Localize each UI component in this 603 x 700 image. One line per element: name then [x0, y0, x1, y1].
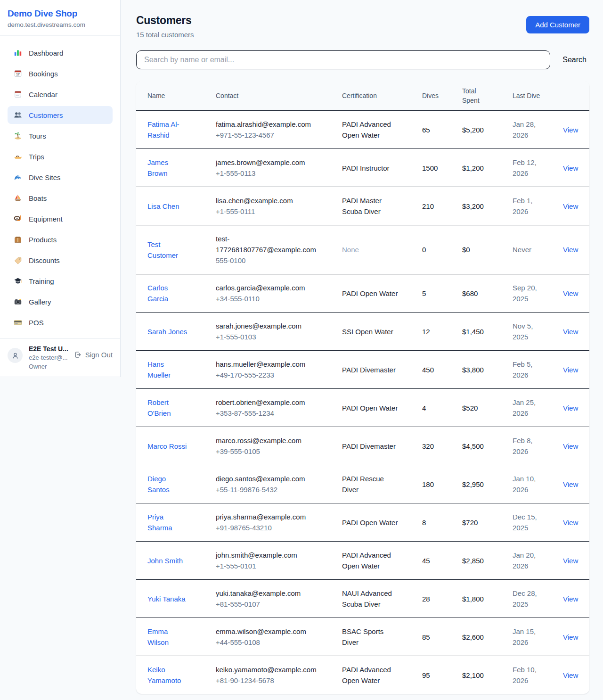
sidebar-item-equipment[interactable]: Equipment	[8, 210, 113, 228]
customer-phone: +44-555-0108	[216, 637, 324, 648]
brand-block: Demo Dive Shop demo.test.divestreams.com	[0, 0, 120, 36]
table-row: James Brown james.brown@example.com +1-5…	[136, 149, 589, 187]
customer-certification: PADI Advanced Open Water	[342, 664, 399, 686]
customer-name-link[interactable]: John Smith	[147, 555, 183, 566]
sign-out-button[interactable]: Sign Out	[74, 351, 113, 359]
customer-email: sarah.jones@example.com	[216, 321, 318, 331]
view-customer-link[interactable]: View	[563, 126, 578, 134]
customer-certification: PADI Open Water	[342, 517, 399, 528]
table-row: Fatima Al-Rashid fatima.alrashid@example…	[136, 111, 589, 149]
sidebar-item-dive-sites[interactable]: Dive Sites	[8, 168, 113, 186]
customer-email: robert.obrien@example.com	[216, 397, 318, 408]
view-customer-link[interactable]: View	[563, 671, 578, 679]
customer-name-link[interactable]: Sarah Jones	[147, 326, 187, 337]
brand-domain: demo.test.divestreams.com	[8, 21, 113, 28]
customer-dives: 0	[422, 244, 444, 255]
user-info: E2E Test U... e2e-tester@... Owner	[29, 345, 68, 371]
sidebar-item-label: Dashboard	[29, 49, 63, 57]
customer-certification: PADI Advanced Open Water	[342, 550, 399, 571]
sidebar-item-boats[interactable]: Boats	[8, 189, 113, 207]
customer-phone: +34-555-0110	[216, 293, 324, 304]
customer-total-spent: $3,800	[462, 364, 495, 375]
customer-name-link[interactable]: Emma Wilson	[147, 626, 188, 648]
sidebar-item-tours[interactable]: Tours	[8, 127, 113, 145]
view-customer-link[interactable]: View	[563, 366, 578, 374]
add-customer-button[interactable]: Add Customer	[526, 16, 589, 33]
customer-certification: PADI Divemaster	[342, 364, 399, 375]
sidebar-item-training[interactable]: Training	[8, 272, 113, 290]
customer-certification: SSI Open Water	[342, 326, 399, 337]
view-customer-link[interactable]: View	[563, 289, 578, 297]
view-customer-link[interactable]: View	[563, 442, 578, 450]
customer-name-link[interactable]: Fatima Al-Rashid	[147, 119, 188, 140]
sidebar-item-dashboard[interactable]: Dashboard	[8, 44, 113, 62]
sidebar-item-products[interactable]: Products	[8, 231, 113, 248]
customer-last-dive: Feb 5, 2026	[513, 359, 543, 380]
customer-total-spent: $1,800	[462, 593, 495, 604]
sidebar-item-discounts[interactable]: Discounts	[8, 251, 113, 269]
search-button[interactable]: Search	[560, 52, 589, 68]
customer-email: test-1772681807767@example.com	[216, 233, 318, 255]
table-row: Test Customer test-1772681807767@example…	[136, 225, 589, 274]
customer-name-link[interactable]: Priya Sharma	[147, 511, 188, 533]
table-row: Lisa Chen lisa.chen@example.com +1-555-0…	[136, 187, 589, 225]
customer-phone: +1-555-0101	[216, 560, 324, 571]
page-header: Customers 15 total customers Add Custome…	[136, 14, 589, 39]
view-customer-link[interactable]: View	[563, 480, 578, 488]
view-customer-link[interactable]: View	[563, 164, 578, 172]
notepad-icon	[13, 90, 23, 99]
view-customer-link[interactable]: View	[563, 519, 578, 527]
bar-chart-icon	[13, 48, 23, 58]
customer-total-spent: $520	[462, 403, 495, 413]
customer-name-link[interactable]: Test Customer	[147, 239, 188, 261]
customer-name-link[interactable]: Marco Rossi	[147, 441, 187, 452]
search-input[interactable]	[136, 50, 550, 69]
table-row: Sarah Jones sarah.jones@example.com +1-5…	[136, 313, 589, 351]
column-header-name: Name	[136, 81, 204, 111]
customer-phone: +1-555-0111	[216, 206, 324, 217]
customer-name-link[interactable]: Hans Mueller	[147, 359, 188, 380]
calendar-17-icon: 17	[13, 69, 23, 78]
customer-certification: PADI Open Water	[342, 288, 399, 299]
customer-name-link[interactable]: Robert O'Brien	[147, 397, 188, 419]
column-header-certification: Certification	[331, 81, 411, 111]
customer-phone: +39-555-0105	[216, 446, 324, 457]
sidebar-item-gallery[interactable]: Gallery	[8, 293, 113, 311]
person-icon	[10, 351, 20, 360]
view-customer-link[interactable]: View	[563, 557, 578, 565]
customer-total-spent: $680	[462, 288, 495, 299]
customer-last-dive: Nov 5, 2025	[513, 321, 543, 342]
sidebar-item-trips[interactable]: Trips	[8, 148, 113, 165]
customer-total-spent: $2,600	[462, 632, 495, 642]
customer-phone: +1-555-0103	[216, 331, 324, 342]
customer-certification: PADI Instructor	[342, 163, 399, 173]
sidebar: Demo Dive Shop demo.test.divestreams.com…	[0, 0, 121, 377]
view-customer-link[interactable]: View	[563, 404, 578, 412]
customer-last-dive: Dec 28, 2025	[513, 588, 543, 609]
customer-name-link[interactable]: James Brown	[147, 157, 188, 179]
customer-last-dive: Feb 10, 2026	[513, 664, 543, 686]
view-customer-link[interactable]: View	[563, 595, 578, 603]
view-customer-link[interactable]: View	[563, 633, 578, 641]
sidebar-item-customers[interactable]: Customers	[8, 106, 113, 124]
sidebar-item-calendar[interactable]: Calendar	[8, 85, 113, 103]
view-customer-link[interactable]: View	[563, 246, 578, 254]
customer-email: yuki.tanaka@example.com	[216, 588, 318, 599]
customer-certification: NAUI Advanced Scuba Diver	[342, 588, 399, 609]
customer-name-link[interactable]: Carlos Garcia	[147, 282, 188, 304]
sidebar-item-bookings[interactable]: 17 Bookings	[8, 65, 113, 82]
sidebar-item-label: Training	[29, 277, 54, 285]
table-row: Priya Sharma priya.sharma@example.com +9…	[136, 503, 589, 542]
customer-last-dive: Jan 25, 2026	[513, 397, 543, 419]
customer-name-link[interactable]: Diego Santos	[147, 473, 188, 495]
table-row: Carlos Garcia carlos.garcia@example.com …	[136, 274, 589, 313]
sidebar-item-pos[interactable]: POS	[8, 313, 113, 331]
customer-name-link[interactable]: Keiko Yamamoto	[147, 664, 188, 686]
sidebar-item-label: Tours	[29, 132, 46, 140]
customer-name-link[interactable]: Lisa Chen	[147, 201, 179, 212]
brand-name[interactable]: Demo Dive Shop	[8, 8, 113, 19]
page-subtitle: 15 total customers	[136, 31, 194, 39]
view-customer-link[interactable]: View	[563, 202, 578, 210]
view-customer-link[interactable]: View	[563, 328, 578, 336]
customer-name-link[interactable]: Yuki Tanaka	[147, 593, 186, 604]
